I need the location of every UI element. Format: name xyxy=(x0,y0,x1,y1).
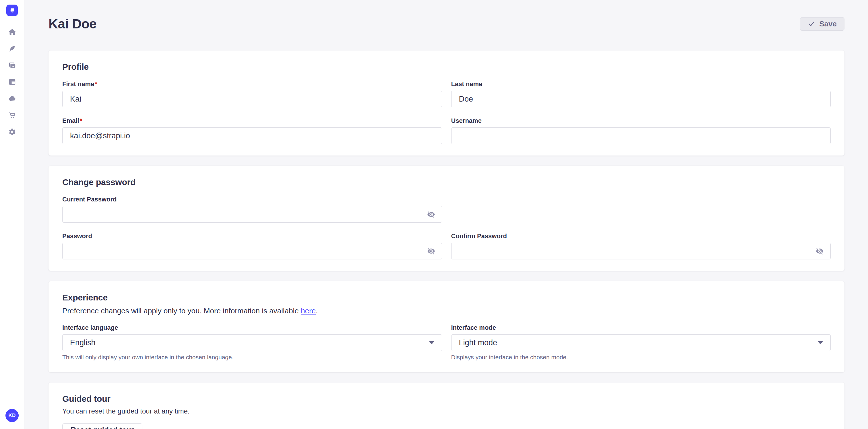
logo-area xyxy=(0,0,24,21)
interface-mode-hint: Displays your interface in the chosen mo… xyxy=(451,354,831,361)
toggle-new-password-visibility-button[interactable] xyxy=(425,245,437,257)
current-password-field: Current Password xyxy=(62,196,442,223)
page-title: Kai Doe xyxy=(49,16,96,32)
interface-mode-value: Light mode xyxy=(459,338,497,347)
first-name-label: First name* xyxy=(62,80,442,88)
toggle-current-password-visibility-button[interactable] xyxy=(425,209,437,220)
page-header: Kai Doe Save xyxy=(49,16,844,32)
interface-mode-field: Interface mode Light mode Displays your … xyxy=(451,324,831,361)
more-information-link[interactable]: here xyxy=(301,306,316,315)
main-content: Kai Doe Save Profile First name* Last na… xyxy=(24,0,868,429)
required-asterisk: * xyxy=(80,117,82,124)
sidebar-item-marketplace[interactable] xyxy=(6,111,19,119)
interface-language-hint: This will only display your own interfac… xyxy=(62,354,442,361)
guided-tour-description: You can reset the guided tour at any tim… xyxy=(62,407,831,415)
sidebar-footer: KD xyxy=(0,403,24,429)
cloud-icon xyxy=(8,95,16,102)
current-password-input[interactable] xyxy=(62,206,442,223)
interface-language-select[interactable]: English xyxy=(62,334,442,351)
strapi-logo-icon xyxy=(8,7,16,14)
interface-mode-label: Interface mode xyxy=(451,324,831,331)
profile-section-title: Profile xyxy=(62,62,831,72)
username-label: Username xyxy=(451,117,831,125)
new-password-field: Password xyxy=(62,232,442,259)
username-input[interactable] xyxy=(451,127,831,144)
sidebar-item-home[interactable] xyxy=(6,28,19,36)
experience-card: Experience Preference changes will apply… xyxy=(49,281,844,372)
last-name-field: Last name xyxy=(451,80,831,107)
interface-mode-select[interactable]: Light mode xyxy=(451,334,831,351)
reset-guided-tour-button[interactable]: Reset guided tour xyxy=(62,423,143,429)
check-icon xyxy=(808,20,815,28)
sidebar-nav xyxy=(6,28,19,403)
sidebar-item-content-type-builder[interactable] xyxy=(6,78,19,86)
change-password-card: Change password Current Password Passwor… xyxy=(49,166,844,271)
experience-section-title: Experience xyxy=(62,293,831,302)
save-button-label: Save xyxy=(819,20,837,28)
current-password-label: Current Password xyxy=(62,196,442,203)
new-password-label: Password xyxy=(62,232,442,240)
layout-icon xyxy=(8,78,16,86)
sidebar-item-cloud[interactable] xyxy=(6,94,19,102)
email-field: Email* xyxy=(62,117,442,144)
new-password-input[interactable] xyxy=(62,243,442,259)
media-library-icon xyxy=(8,61,16,69)
interface-language-field: Interface language English This will onl… xyxy=(62,324,442,361)
confirm-password-input[interactable] xyxy=(451,243,831,259)
interface-language-value: English xyxy=(70,338,96,347)
confirm-password-label: Confirm Password xyxy=(451,232,831,240)
sidebar: KD xyxy=(0,0,24,429)
password-field-grid: Current Password Password xyxy=(62,196,831,259)
strapi-logo[interactable] xyxy=(6,5,18,16)
guided-tour-card: Guided tour You can reset the guided tou… xyxy=(49,383,844,429)
eye-slash-icon xyxy=(427,247,435,255)
chevron-down-icon xyxy=(429,341,434,344)
email-input[interactable] xyxy=(62,127,442,144)
sidebar-item-settings[interactable] xyxy=(6,128,19,136)
last-name-label: Last name xyxy=(451,80,831,88)
chevron-down-icon xyxy=(818,341,823,344)
password-section-title: Change password xyxy=(62,177,831,187)
sidebar-item-content-manager[interactable] xyxy=(6,44,19,53)
toggle-confirm-password-visibility-button[interactable] xyxy=(814,245,826,257)
user-avatar[interactable]: KD xyxy=(5,409,19,422)
first-name-field: First name* xyxy=(62,80,442,107)
experience-field-grid: Interface language English This will onl… xyxy=(62,324,831,361)
confirm-password-field: Confirm Password xyxy=(451,232,831,259)
profile-card: Profile First name* Last name Email* Use… xyxy=(49,51,844,156)
sidebar-item-media-library[interactable] xyxy=(6,61,19,69)
required-asterisk: * xyxy=(95,80,97,88)
experience-description: Preference changes will apply only to yo… xyxy=(62,306,831,316)
eye-slash-icon xyxy=(427,210,435,219)
cart-icon xyxy=(8,111,16,119)
profile-field-grid: First name* Last name Email* Username xyxy=(62,80,831,144)
home-icon xyxy=(8,28,16,36)
last-name-input[interactable] xyxy=(451,91,831,107)
gear-icon xyxy=(8,128,16,136)
first-name-input[interactable] xyxy=(62,91,442,107)
username-field: Username xyxy=(451,117,831,144)
interface-language-label: Interface language xyxy=(62,324,442,331)
save-button[interactable]: Save xyxy=(800,17,844,31)
guided-tour-section-title: Guided tour xyxy=(62,394,831,404)
eye-slash-icon xyxy=(816,247,824,255)
email-label: Email* xyxy=(62,117,442,125)
feather-icon xyxy=(8,45,16,53)
